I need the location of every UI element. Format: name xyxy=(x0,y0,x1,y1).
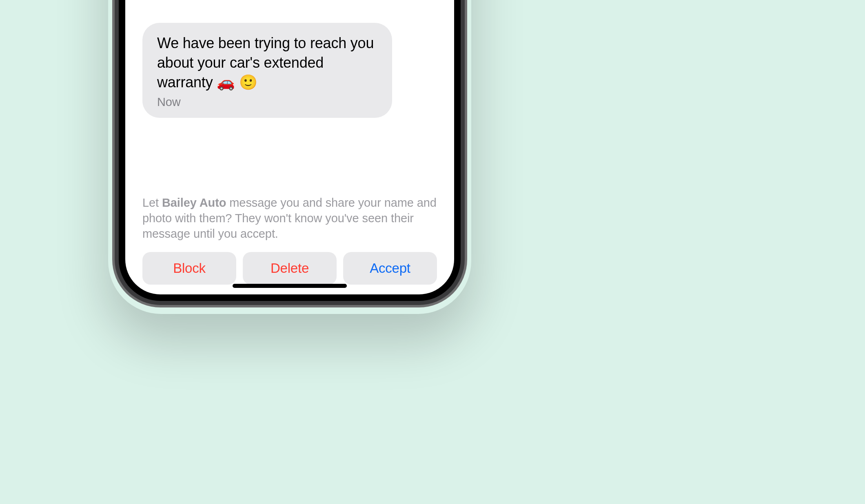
phone-frame-mid: We have been trying to reach you about y… xyxy=(115,0,465,305)
unknown-sender-prompt: Let Bailey Auto message you and share yo… xyxy=(125,195,454,294)
delete-button[interactable]: Delete xyxy=(243,252,337,285)
incoming-message-bubble[interactable]: We have been trying to reach you about y… xyxy=(142,23,392,118)
prompt-prefix: Let xyxy=(142,196,162,209)
prompt-actions-row: Block Delete Accept xyxy=(142,252,437,285)
home-indicator[interactable] xyxy=(233,284,347,288)
spacer xyxy=(125,118,454,195)
messages-screen-content: We have been trying to reach you about y… xyxy=(125,13,454,294)
prompt-sender-name: Bailey Auto xyxy=(162,196,226,209)
block-button[interactable]: Block xyxy=(142,252,236,285)
message-list: We have been trying to reach you about y… xyxy=(125,13,454,118)
phone-frame: We have been trying to reach you about y… xyxy=(112,0,467,307)
phone-frame-inner: We have been trying to reach you about y… xyxy=(119,0,461,301)
message-text: We have been trying to reach you about y… xyxy=(157,33,377,92)
phone-screen: We have been trying to reach you about y… xyxy=(125,0,454,294)
prompt-description: Let Bailey Auto message you and share yo… xyxy=(142,195,437,241)
message-timestamp: Now xyxy=(157,95,377,109)
accept-button[interactable]: Accept xyxy=(343,252,437,285)
